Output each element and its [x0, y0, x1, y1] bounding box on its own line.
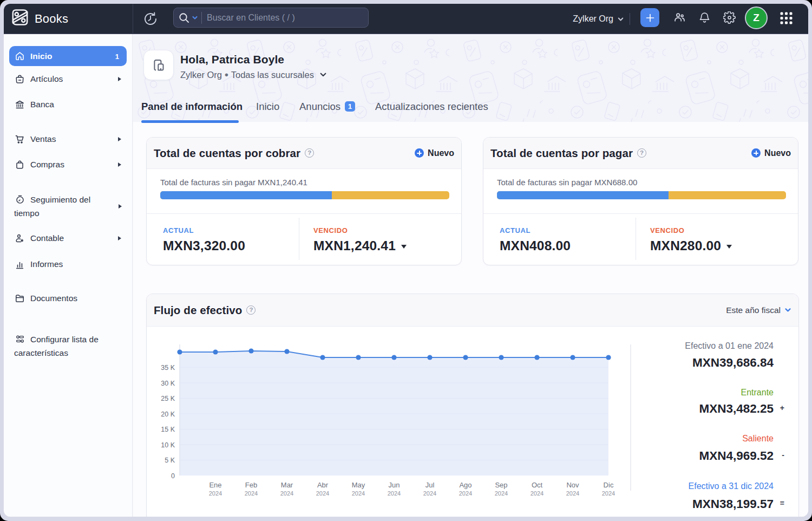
svg-text:Ene: Ene — [209, 481, 221, 489]
svg-text:30 K: 30 K — [161, 380, 175, 387]
svg-text:Ago: Ago — [459, 481, 472, 489]
svg-text:Nov: Nov — [566, 481, 579, 489]
svg-text:2024: 2024 — [280, 490, 293, 497]
svg-text:20 K: 20 K — [161, 411, 175, 418]
svg-text:2024: 2024 — [245, 490, 258, 497]
svg-text:35 K: 35 K — [161, 364, 175, 372]
svg-text:2024: 2024 — [423, 490, 436, 497]
svg-text:25 K: 25 K — [161, 395, 175, 402]
svg-text:15 K: 15 K — [161, 426, 175, 433]
svg-text:5 K: 5 K — [165, 457, 175, 464]
svg-text:Oct: Oct — [532, 481, 543, 489]
svg-text:May: May — [352, 481, 365, 489]
svg-text:Sep: Sep — [495, 481, 507, 489]
svg-text:2024: 2024 — [531, 490, 543, 497]
svg-text:2024: 2024 — [352, 490, 365, 497]
svg-text:Jun: Jun — [389, 481, 400, 489]
svg-text:2024: 2024 — [316, 490, 329, 497]
svg-text:2024: 2024 — [209, 490, 222, 497]
svg-text:2024: 2024 — [388, 490, 401, 497]
svg-text:Jul: Jul — [425, 481, 435, 489]
svg-text:2024: 2024 — [602, 490, 615, 497]
svg-text:10 K: 10 K — [161, 441, 175, 449]
svg-text:Mar: Mar — [281, 481, 293, 489]
svg-text:Abr: Abr — [317, 481, 329, 489]
svg-text:2024: 2024 — [566, 490, 579, 497]
svg-text:2024: 2024 — [495, 490, 508, 497]
svg-text:Dic: Dic — [604, 481, 614, 489]
svg-text:0: 0 — [171, 472, 175, 480]
svg-text:Feb: Feb — [245, 481, 257, 489]
svg-text:2024: 2024 — [459, 490, 472, 497]
